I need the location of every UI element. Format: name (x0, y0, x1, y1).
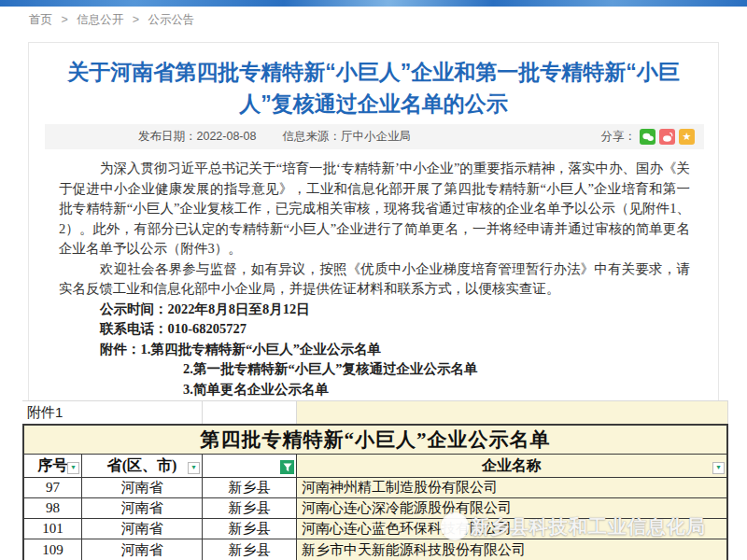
filter-dropdown-icon[interactable]: ▼ (67, 462, 79, 474)
table-row: 98 河南省 新乡县 河南心连心深冷能源股份有限公司 (24, 498, 726, 519)
paragraph: 为深入贯彻习近平总书记关于“培育一批‘专精特新’中小企业”的重要指示精神，落实中… (59, 159, 690, 259)
cell-county: 新乡县 (203, 519, 297, 539)
top-nav-bar (0, 0, 747, 7)
attachment1-label-row: 附件1 (22, 400, 728, 424)
page-title: 关于河南省第四批专精特新“小巨人”企业和第一批专精特新“小巨人”复核通过企业名单… (29, 56, 718, 119)
header-serial: 序号 ▼ (24, 455, 82, 478)
cell-company: 河南神州精工制造股份有限公司 (297, 478, 726, 498)
table-row: 101 河南省 新乡县 河南心连心蓝色环保科技有限公司 (24, 519, 726, 539)
breadcrumb: 首页 > 信息公开 > 公示公告 (29, 12, 195, 28)
cell-serial: 98 (24, 498, 82, 519)
info-source: 信息来源：厅中小企业局 (282, 129, 411, 145)
attachment-line-3: 3.简单更名企业公示名单 (59, 380, 690, 400)
table-header-row: 序号 ▼ 省(区、市) ▼ 企业名称 ▼ (24, 455, 726, 478)
publish-date: 发布日期：2022-08-08 (138, 129, 256, 145)
weibo-share-icon[interactable] (659, 129, 675, 145)
cell-province: 河南省 (82, 519, 203, 539)
info-source-label: 信息来源： (282, 130, 341, 143)
table-row: 109 河南省 新乡县 新乡市中天新能源科技股份有限公司 (24, 539, 726, 560)
filter-dropdown-icon[interactable]: ▼ (188, 462, 200, 474)
breadcrumb-info-disclosure[interactable]: 信息公开 (77, 13, 123, 26)
publish-date-label: 发布日期： (138, 130, 197, 143)
wechat-share-icon[interactable] (640, 129, 655, 145)
cell-serial: 101 (24, 519, 82, 539)
header-company: 企业名称 ▼ (297, 455, 726, 478)
breadcrumb-separator: > (61, 13, 67, 26)
article-meta-bar: 发布日期：2022-08-08 信息来源：厅中小企业局 分享： ★ (45, 124, 704, 149)
paragraph: 欢迎社会各界参与监督，如有异议，按照《优质中小企业梯度培育管理暂行办法》中有关要… (59, 259, 690, 300)
header-province-label: 省(区、市) (107, 456, 177, 476)
page: 首页 > 信息公开 > 公示公告 关于河南省第四批专精特新“小巨人”企业和第一批… (0, 0, 747, 560)
publish-date-value: 2022-08-08 (197, 130, 257, 143)
header-serial-label: 序号 (38, 456, 68, 476)
cell-province: 河南省 (82, 539, 203, 560)
info-source-value: 厅中小企业局 (341, 130, 411, 143)
cell-company: 河南心连心蓝色环保科技有限公司 (297, 519, 726, 539)
cell-company: 新乡市中天新能源科技股份有限公司 (297, 539, 726, 560)
header-province: 省(区、市) ▼ (82, 455, 203, 478)
attachment-link-3[interactable]: 3.简单更名企业公示名单 (183, 382, 329, 397)
breadcrumb-home[interactable]: 首页 (29, 13, 52, 26)
table-row: 97 河南省 新乡县 河南神州精工制造股份有限公司 (24, 478, 726, 498)
attachment1-spreadsheet: 附件1 第四批专精特新“小巨人”企业公示名单 序号 ▼ 省(区、市) ▼ (22, 400, 728, 560)
empty-cell (297, 401, 728, 424)
attachment-link-1[interactable]: 1.第四批专精特新“小巨人”企业公示名单 (141, 342, 381, 357)
share-label: 分享： (601, 129, 637, 145)
cell-serial: 97 (24, 478, 82, 498)
attachment-link-2[interactable]: 2.第一批专精特新“小巨人”复核通过企业公示名单 (183, 361, 477, 376)
table-title: 第四批专精特新“小巨人”企业公示名单 (24, 426, 726, 455)
attachment1-table: 第四批专精特新“小巨人”企业公示名单 序号 ▼ 省(区、市) ▼ (22, 424, 728, 560)
empty-cell (203, 401, 297, 424)
cell-county: 新乡县 (203, 498, 297, 519)
publicity-period-line: 公示时间：2022年8月8日至8月12日 (59, 300, 690, 320)
header-company-label: 企业名称 (482, 456, 542, 476)
cell-province: 河南省 (82, 498, 203, 519)
filter-dropdown-icon[interactable]: ▼ (712, 462, 725, 474)
header-county (203, 455, 297, 478)
active-filter-funnel-icon[interactable] (280, 460, 294, 474)
cell-company: 河南心连心深冷能源股份有限公司 (297, 498, 726, 519)
article-body: 为深入贯彻习近平总书记关于“培育一批‘专精特新’中小企业”的重要指示精神，落实中… (59, 159, 690, 423)
attachment-line-1: 附件：1.第四批专精特新“小巨人”企业公示名单 (59, 340, 690, 360)
cell-serial: 109 (24, 539, 82, 560)
attachment1-label: 附件1 (22, 401, 203, 424)
contact-phone-line: 联系电话：010-68205727 (59, 319, 690, 340)
attachments-label: 附件： (100, 342, 141, 357)
breadcrumb-announcements[interactable]: 公示公告 (148, 13, 195, 26)
cell-province: 河南省 (82, 478, 203, 498)
qzone-star-share-icon[interactable]: ★ (679, 129, 695, 145)
breadcrumb-separator: > (133, 13, 139, 26)
attachment-line-2: 2.第一批专精特新“小巨人”复核通过企业公示名单 (59, 359, 690, 380)
cell-county: 新乡县 (203, 539, 297, 560)
cell-county: 新乡县 (203, 478, 297, 498)
share-bar: 分享： ★ (601, 129, 696, 145)
